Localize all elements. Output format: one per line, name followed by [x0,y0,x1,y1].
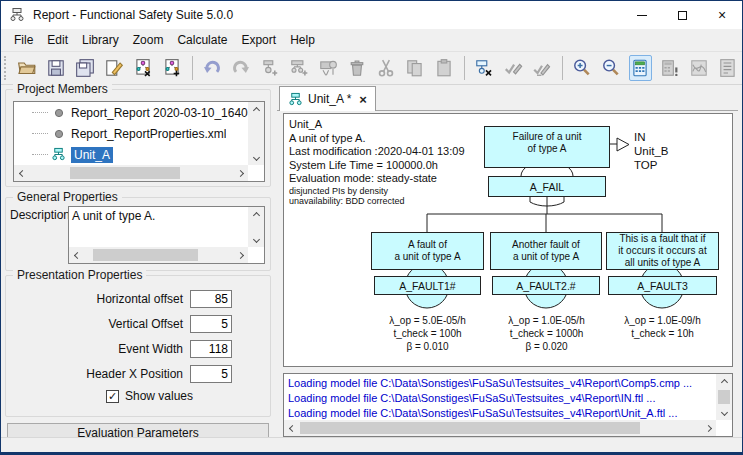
vertical-offset-label: Vertical Offset [33,317,183,331]
fault-tree-canvas[interactable]: Unit_A A unit of type A. Last modificati… [283,113,733,367]
project-item-unit-a[interactable]: Unit_A [14,144,248,165]
zoom-in-button[interactable] [571,55,594,81]
tab-close-icon[interactable]: × [359,93,367,106]
menu-edit[interactable]: Edit [40,31,75,49]
transfer-labels: IN Unit_B TOP [634,130,669,172]
scroll-left-icon[interactable] [69,247,85,263]
minimize-icon [637,15,647,16]
save-button[interactable] [45,55,68,81]
title-bar[interactable]: Report - Functional Safety Suite 5.0.0 × [1,1,742,29]
description-hscrollbar[interactable] [69,247,248,263]
log-panel[interactable]: Loading model file C:\Data\Sonstiges\FuS… [283,373,733,437]
top-event-box[interactable]: Failure of a unit of type A [484,126,610,168]
gate-event-box[interactable]: A_FAIL [488,176,606,197]
header-x-position-field[interactable] [190,365,232,383]
branch2-description-box[interactable]: Another fault of a unit of type A [490,232,602,270]
menu-zoom[interactable]: Zoom [126,31,171,49]
vertical-offset-field[interactable] [190,315,232,333]
apply-button[interactable] [502,55,525,81]
copy-button[interactable] [404,55,427,81]
menu-help[interactable]: Help [283,31,322,49]
branch2-name-box[interactable]: A_FAULT2.# [492,276,600,295]
scroll-down-icon[interactable] [248,149,264,165]
menu-calculate[interactable]: Calculate [170,31,234,49]
minimize-button[interactable] [622,1,662,29]
toolbar-separator [562,56,563,80]
log-vscrollbar[interactable] [716,374,732,420]
vscroll-thumb[interactable] [718,390,730,404]
event-width-field[interactable] [190,340,232,358]
header-x-position-label: Header X Position [33,367,183,381]
description-vscrollbar[interactable] [248,207,264,247]
log-line: Loading model file C:\Data\Sonstiges\FuS… [288,406,715,419]
scroll-left-icon[interactable] [284,420,300,436]
redo-button[interactable] [230,55,253,81]
hscroll-thumb[interactable] [70,167,180,179]
fault-tree-header: Unit_A A unit of type A. Last modificati… [289,118,465,207]
scroll-left-icon[interactable] [14,165,30,181]
undo-button[interactable] [201,55,224,81]
project-members-group: Project Members Report_Report 2020-03-10… [5,89,271,187]
save-all-button[interactable] [74,55,97,81]
show-curves-button[interactable] [687,55,710,81]
branch3-description-box[interactable]: This is a fault that if it occurs it occ… [606,232,719,270]
hscroll-thumb[interactable] [300,422,640,434]
apply-all-button[interactable] [531,55,554,81]
delete-button[interactable] [346,55,369,81]
add-gate-event-button[interactable] [288,55,311,81]
show-report-button[interactable] [716,55,739,81]
log-hscrollbar[interactable] [284,420,716,436]
open-button[interactable] [16,55,39,81]
horizontal-offset-field[interactable] [190,290,232,308]
branch3-name-box[interactable]: A_FAULT3 [608,276,717,295]
add-subtree-button[interactable] [317,55,340,81]
remove-event-button[interactable] [473,55,496,81]
scroll-right-icon[interactable] [232,165,248,181]
scroll-up-icon[interactable] [716,374,732,390]
menu-file[interactable]: File [7,31,40,49]
paste-button[interactable] [433,55,456,81]
check-icon: ✓ [108,391,117,402]
copy-icon [405,58,425,78]
menu-bar: File Edit Library Zoom Calculate Export … [1,29,742,51]
close-model-button[interactable] [132,55,155,81]
transfer-top-label: TOP [634,158,669,172]
hscroll-thumb[interactable] [93,249,198,261]
event-width-label: Event Width [33,342,183,356]
project-item-label: Report_ReportProperties.xml [71,127,226,141]
new-model-button[interactable] [161,55,184,81]
zoom-out-button[interactable] [600,55,623,81]
menu-export[interactable]: Export [234,31,283,49]
project-list-hscrollbar[interactable] [14,165,248,181]
document-node-icon [50,108,67,118]
scroll-right-icon[interactable] [232,247,248,263]
edit-properties-button[interactable] [103,55,126,81]
menu-library[interactable]: Library [75,31,126,49]
project-item-label-selected: Unit_A [71,147,113,163]
project-item-report-properties[interactable]: Report_ReportProperties.xml [14,123,248,144]
project-members-title: Project Members [13,82,112,96]
calculate-warning-button[interactable] [658,55,681,81]
maximize-button[interactable] [662,1,702,29]
branch1-name-box[interactable]: A_FAULT1# [374,276,481,295]
scroll-up-icon[interactable] [248,207,264,223]
tab-unit-a[interactable]: Unit_A * × [279,86,376,111]
branch1-description-box[interactable]: A fault of a unit of type A [371,232,484,270]
close-button[interactable]: × [702,1,742,29]
toolbar-grip[interactable] [4,56,8,80]
project-list-vscrollbar[interactable] [248,102,264,165]
scroll-up-icon[interactable] [248,102,264,118]
description-value: A unit of type A. [72,209,247,223]
scroll-right-icon[interactable] [700,420,716,436]
description-textarea[interactable]: A unit of type A. [68,206,265,264]
scroll-down-icon[interactable] [248,231,264,247]
show-values-checkbox[interactable]: ✓ [106,390,119,403]
new-model-icon [162,58,182,78]
project-item-report-doc[interactable]: Report_Report 2020-03-10_1640.doc [14,102,248,123]
calculate-button[interactable] [629,55,652,81]
add-basic-event-button[interactable] [259,55,282,81]
project-members-list[interactable]: Report_Report 2020-03-10_1640.doc Report… [13,101,265,182]
system-life-time: System Life Time = 100000.0h [289,159,465,173]
scroll-down-icon[interactable] [716,404,732,420]
cut-button[interactable] [375,55,398,81]
